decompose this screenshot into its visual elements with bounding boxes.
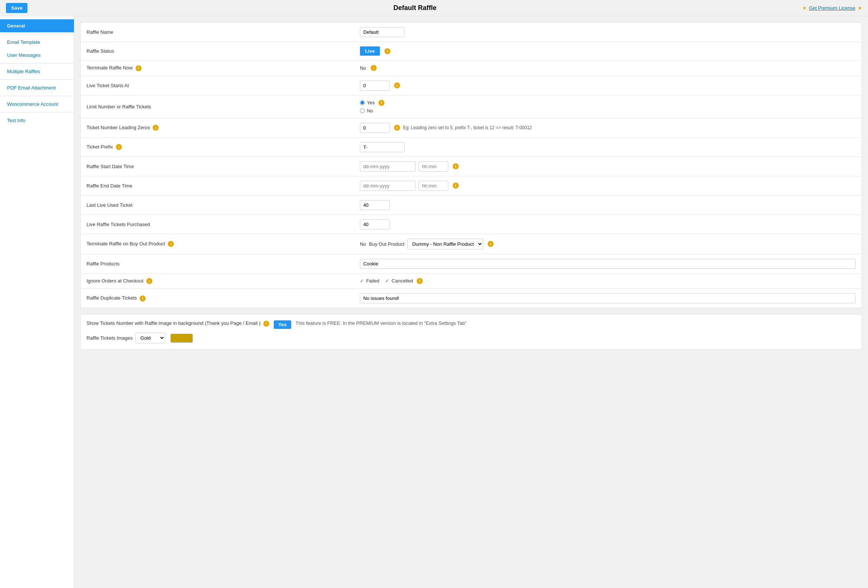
label-raffle-duplicate-tickets: Raffle Duplicate Tickets i — [81, 289, 354, 308]
buyout-product-info-icon[interactable]: i — [488, 241, 494, 247]
save-button-top[interactable]: Save — [6, 3, 28, 13]
live-button[interactable]: Live — [360, 46, 380, 56]
value-raffle-name — [354, 23, 862, 42]
radio-limit-yes[interactable] — [360, 100, 365, 105]
input-ticket-prefix[interactable] — [360, 142, 404, 152]
ticket-leading-zeros-info-icon[interactable]: i — [153, 125, 159, 131]
label-limit-no: No — [367, 108, 373, 113]
live-ticket-starts-at-info-icon[interactable]: i — [394, 83, 400, 88]
value-ticket-leading-zeros: i Eg: Leading zero set to 5, prefix T-, … — [354, 118, 862, 137]
input-raffle-name[interactable] — [360, 27, 404, 37]
input-raffle-end-date[interactable] — [360, 181, 416, 191]
row-live-raffle-tickets-purchased: Live Raffle Tickets Purchased — [81, 215, 862, 234]
label-terminate-raffle-now: Terminate Raffle Now i — [81, 60, 354, 76]
show-tickets-info-icon[interactable]: i — [263, 321, 269, 327]
input-raffle-start-date[interactable] — [360, 162, 416, 171]
show-tickets-section: Show Tickets Number with Raffle image in… — [80, 314, 862, 350]
row-raffle-products: Raffle Products — [81, 254, 862, 273]
row-live-ticket-starts-at: Live Ticket Starts At i — [81, 76, 862, 95]
raffle-tickets-images-row: Raffle Tickets Images Gold Silver Bronze — [87, 333, 856, 343]
input-live-ticket-starts-at[interactable] — [360, 81, 390, 91]
row-raffle-end-datetime: Raffle End Date Time i — [81, 176, 862, 195]
raffle-status-info-icon[interactable]: i — [384, 48, 390, 54]
cancelled-label: Cancelled — [391, 278, 413, 284]
row-ticket-leading-zeros: Ticket Number Leading Zeros i i Eg: Lead… — [81, 118, 862, 137]
label-raffle-name: Raffle Name — [81, 23, 354, 42]
row-raffle-name: Raffle Name — [81, 23, 862, 42]
select-buyout-product[interactable]: Dummy - Non Raffle Product — [407, 239, 483, 249]
ticket-prefix-info-icon[interactable]: i — [116, 144, 122, 150]
value-limit-raffle-tickets: Yes i No — [354, 95, 862, 118]
failed-label: Failed — [366, 278, 379, 284]
input-live-raffle-tickets-purchased[interactable] — [360, 220, 390, 229]
premium-license-link[interactable]: Get Premium License — [809, 5, 855, 11]
value-raffle-end-datetime: i — [354, 176, 862, 195]
ignore-orders-value-info-icon[interactable]: i — [417, 278, 423, 284]
value-raffle-status: Live i — [354, 42, 862, 60]
raffle-end-info-icon[interactable]: i — [453, 183, 459, 189]
row-ticket-prefix: Ticket Prefix i — [81, 137, 862, 157]
radio-limit-no[interactable] — [360, 108, 365, 113]
main-content: Raffle Name Raffle Status Live i — [74, 16, 868, 588]
terminate-raffle-now-value: No — [360, 65, 366, 71]
raffle-start-info-icon[interactable]: i — [453, 164, 459, 169]
row-raffle-start-datetime: Raffle Start Date Time i — [81, 157, 862, 176]
duplicate-tickets-info-icon[interactable]: i — [140, 295, 146, 301]
page-title: Default Raffle — [393, 4, 436, 12]
value-terminate-raffle-buyout: No Buy Out Product Dummy - Non Raffle Pr… — [354, 234, 862, 254]
show-tickets-yes-button[interactable]: Yes — [274, 320, 291, 329]
label-live-raffle-tickets-purchased: Live Raffle Tickets Purchased — [81, 215, 354, 234]
value-live-ticket-starts-at: i — [354, 76, 862, 95]
sidebar-item-woocommerce-account[interactable]: Woocommerce Account — [0, 98, 74, 111]
top-bar: Save Default Raffle ★ Get Premium Licens… — [0, 0, 868, 16]
label-raffle-status: Raffle Status — [81, 42, 354, 60]
premium-star-right-icon: ★ — [858, 5, 862, 11]
input-last-live-used-ticket[interactable] — [360, 200, 390, 210]
value-ticket-prefix — [354, 137, 862, 157]
terminate-buyout-info-icon[interactable]: i — [168, 241, 174, 247]
terminate-buyout-product-label: Buy Out Product — [369, 241, 404, 247]
label-limit-yes: Yes — [367, 100, 375, 105]
show-tickets-row: Show Tickets Number with Raffle image in… — [87, 320, 856, 329]
sidebar: General Email Template User Messages Mul… — [0, 16, 74, 588]
sidebar-item-multiple-raffles[interactable]: Multiple Raffles — [0, 65, 74, 78]
label-limit-raffle-tickets: Limit Number or Raffle Tickets — [81, 95, 354, 118]
sidebar-item-general[interactable]: General — [0, 19, 74, 32]
label-ticket-prefix: Ticket Prefix i — [81, 137, 354, 157]
ignore-orders-info-icon[interactable]: i — [146, 278, 152, 284]
label-live-ticket-starts-at: Live Ticket Starts At — [81, 76, 354, 95]
settings-table: Raffle Name Raffle Status Live i — [80, 22, 862, 308]
limit-tickets-info-icon[interactable]: i — [378, 100, 384, 106]
input-raffle-products[interactable] — [360, 259, 856, 269]
value-live-raffle-tickets-purchased — [354, 215, 862, 234]
sidebar-item-user-messages[interactable]: User Messages — [0, 49, 74, 62]
row-raffle-status: Raffle Status Live i — [81, 42, 862, 60]
row-terminate-raffle-buyout: Terminate Raffle on Buy Out Product i No… — [81, 234, 862, 254]
label-raffle-start-datetime: Raffle Start Date Time — [81, 157, 354, 176]
input-ticket-leading-zeros[interactable] — [360, 123, 390, 133]
show-tickets-label-area: Show Tickets Number with Raffle image in… — [87, 320, 269, 327]
sidebar-item-email-template[interactable]: Email Template — [0, 35, 74, 49]
label-raffle-products: Raffle Products — [81, 254, 354, 273]
row-raffle-duplicate-tickets: Raffle Duplicate Tickets i — [81, 289, 862, 308]
premium-star-left-icon: ★ — [802, 5, 807, 11]
show-tickets-feature-text: This feature is FREE. In the PREMIUM ver… — [296, 320, 467, 326]
terminate-raffle-now-info-icon[interactable]: i — [136, 65, 142, 71]
sidebar-item-pdf-email-attachment[interactable]: PDF Email Attachment — [0, 81, 74, 94]
label-last-live-used-ticket: Last Live Used Ticket — [81, 195, 354, 215]
terminate-raffle-now-value-icon[interactable]: i — [371, 65, 376, 71]
show-tickets-label: Show Tickets Number with Raffle image in… — [87, 320, 261, 326]
leading-zeros-value-icon[interactable]: i — [394, 125, 400, 131]
label-terminate-raffle-buyout: Terminate Raffle on Buy Out Product i — [81, 234, 354, 254]
input-raffle-duplicate-tickets — [360, 293, 856, 303]
input-raffle-start-time[interactable] — [419, 162, 448, 171]
sidebar-item-test-info[interactable]: Test Info — [0, 114, 74, 127]
value-last-live-used-ticket — [354, 195, 862, 215]
label-ignore-orders-checkout: Ignore Orders at Checkout i — [81, 273, 354, 289]
main-layout: General Email Template User Messages Mul… — [0, 16, 868, 588]
value-raffle-start-datetime: i — [354, 157, 862, 176]
row-limit-raffle-tickets: Limit Number or Raffle Tickets Yes i No — [81, 95, 862, 118]
input-raffle-end-time[interactable] — [419, 181, 448, 191]
select-ticket-color[interactable]: Gold Silver Bronze — [136, 333, 165, 343]
raffle-tickets-images-label: Raffle Tickets Images — [87, 335, 133, 341]
